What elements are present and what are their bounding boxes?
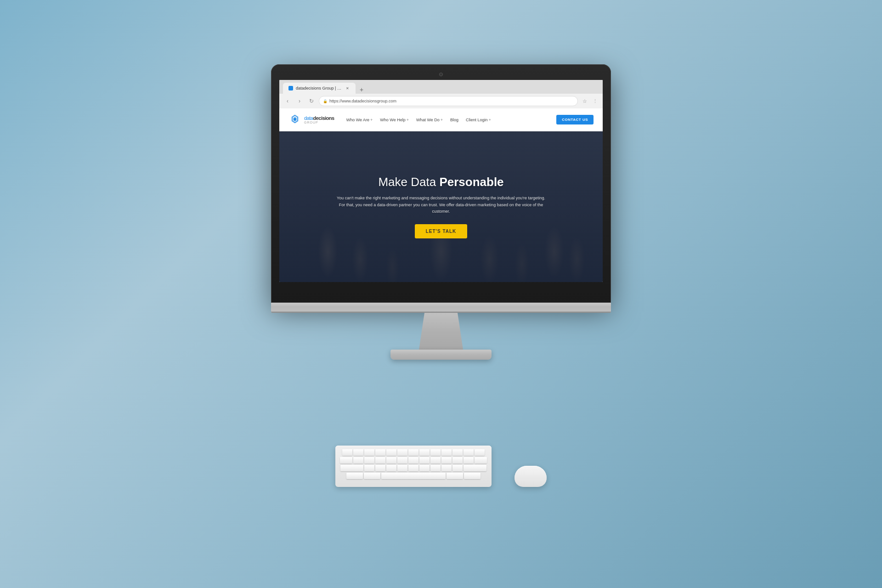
- key-row-3: [340, 465, 487, 471]
- back-button[interactable]: ‹: [283, 96, 292, 106]
- nav-dropdown-icon-0: +: [370, 118, 373, 122]
- key: [441, 457, 452, 464]
- scene: datadecisions Group | Make D... ✕ + ‹ › …: [234, 64, 648, 524]
- nav-blog[interactable]: Blog: [447, 116, 461, 124]
- key: [475, 449, 485, 456]
- browser-toolbar: ‹ › ↻ 🔒 https://www.datadecisionsgroup.c…: [279, 94, 603, 108]
- site-logo[interactable]: datadecisions GROUP: [288, 113, 334, 126]
- key: [452, 465, 463, 471]
- tab-close-button[interactable]: ✕: [345, 85, 350, 91]
- forward-button[interactable]: ›: [295, 96, 304, 106]
- key: [397, 457, 407, 464]
- key: [408, 449, 418, 456]
- browser-chrome: datadecisions Group | Make D... ✕ + ‹ › …: [279, 80, 603, 108]
- hero-title-bold: Personable: [439, 175, 503, 189]
- browser-tab-bar: datadecisions Group | Make D... ✕ +: [279, 80, 603, 94]
- imac-chin: [271, 303, 611, 313]
- key: [464, 449, 474, 456]
- logo-decisions-text: decisions: [313, 115, 334, 121]
- browser-menu-icon[interactable]: ⋮: [591, 97, 599, 105]
- key: [340, 465, 363, 471]
- key: [441, 449, 452, 456]
- key: [353, 457, 363, 464]
- camera-dot: [439, 73, 443, 76]
- url-text: https://www.datadecisionsgroup.com: [329, 99, 396, 103]
- tab-favicon-icon: [288, 86, 293, 90]
- key: [408, 465, 418, 471]
- key: [386, 449, 396, 456]
- key: [430, 465, 441, 471]
- key: [452, 457, 463, 464]
- address-bar[interactable]: 🔒 https://www.datadecisionsgroup.com: [319, 96, 578, 106]
- website-content: datadecisions GROUP Who We Are +: [279, 108, 603, 282]
- key: [364, 449, 374, 456]
- key: [346, 473, 363, 479]
- key: [408, 457, 418, 464]
- nav-who-we-are[interactable]: Who We Are +: [344, 116, 376, 124]
- logo-text: datadecisions GROUP: [304, 116, 334, 124]
- stand-base: [390, 350, 492, 360]
- key: [475, 457, 487, 464]
- hero-subtitle: You can't make the right marketing and m…: [335, 195, 547, 215]
- logo-group-text: GROUP: [304, 121, 334, 124]
- key: [364, 465, 374, 471]
- key: [452, 449, 463, 456]
- key: [419, 449, 430, 456]
- nav-actions: CONTACT US: [556, 115, 594, 124]
- key: [447, 473, 463, 479]
- key: [375, 457, 385, 464]
- tab-title-label: datadecisions Group | Make D...: [296, 86, 342, 90]
- new-tab-button[interactable]: +: [357, 85, 366, 94]
- lets-talk-button[interactable]: LET'S TALK: [415, 224, 468, 238]
- key: [375, 449, 385, 456]
- spacebar-key: [381, 473, 446, 479]
- key: [430, 457, 441, 464]
- logo-icon: [288, 113, 301, 126]
- key: [364, 473, 380, 479]
- nav-what-we-do[interactable]: What We Do +: [413, 116, 446, 124]
- hero-title-plain: Make Data: [378, 175, 439, 189]
- nav-dropdown-icon-2: +: [441, 118, 443, 122]
- key: [464, 473, 481, 479]
- key: [342, 449, 352, 456]
- logo-data-text: datadecisions: [304, 116, 334, 121]
- key: [441, 465, 452, 471]
- bookmark-star-icon[interactable]: ☆: [581, 97, 589, 105]
- stand-neck: [413, 313, 469, 350]
- key: [375, 465, 385, 471]
- key: [419, 457, 430, 464]
- key: [464, 457, 474, 464]
- key: [340, 457, 352, 464]
- key: [386, 457, 396, 464]
- keyboard: [335, 446, 492, 487]
- key: [353, 449, 363, 456]
- imac-display: datadecisions Group | Make D... ✕ + ‹ › …: [271, 64, 611, 360]
- contact-us-button[interactable]: CONTACT US: [556, 115, 594, 124]
- key: [397, 465, 407, 471]
- key: [386, 465, 396, 471]
- nav-client-login[interactable]: Client Login +: [463, 116, 494, 124]
- key: [430, 449, 441, 456]
- screen-bezel: datadecisions Group | Make D... ✕ + ‹ › …: [271, 64, 611, 303]
- nav-dropdown-icon-4: +: [489, 118, 491, 122]
- mouse: [514, 466, 547, 487]
- peripherals-area: [303, 446, 579, 487]
- key-row-4: [340, 473, 487, 479]
- key: [397, 449, 407, 456]
- toolbar-icons: ☆ ⋮: [581, 97, 599, 105]
- screen: datadecisions Group | Make D... ✕ + ‹ › …: [279, 80, 603, 282]
- key-row-2: [340, 457, 487, 464]
- browser-tab-active[interactable]: datadecisions Group | Make D... ✕: [283, 83, 356, 94]
- nav-who-we-help[interactable]: Who We Help +: [377, 116, 412, 124]
- hero-content: Make Data Personable You can't make the …: [326, 175, 556, 238]
- ssl-lock-icon: 🔒: [323, 99, 328, 103]
- key: [464, 465, 486, 471]
- hero-section: Make Data Personable You can't make the …: [279, 131, 603, 282]
- site-navigation: datadecisions GROUP Who We Are +: [279, 108, 603, 131]
- key-row-1: [340, 449, 487, 456]
- nav-links: Who We Are + Who We Help + What We Do +: [344, 116, 556, 124]
- key: [419, 465, 430, 471]
- nav-dropdown-icon-1: +: [407, 118, 409, 122]
- refresh-button[interactable]: ↻: [307, 96, 316, 106]
- key: [364, 457, 374, 464]
